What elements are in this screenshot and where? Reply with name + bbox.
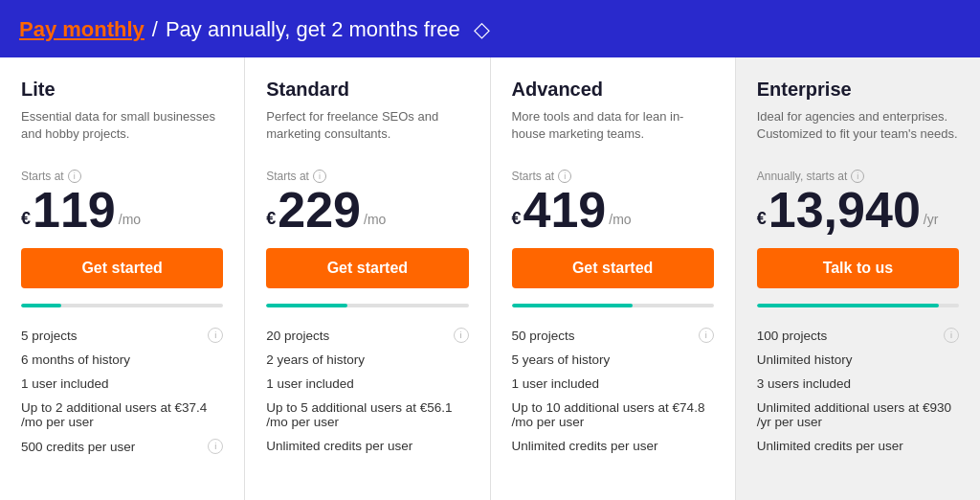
plan-get-started-button[interactable]: Get started (266, 248, 468, 288)
plan-price-row: € 13,940 /yr (757, 185, 959, 235)
feature-text: Up to 5 additional users at €56.1 /mo pe… (266, 400, 468, 429)
plan-feature: Unlimited history (757, 348, 959, 372)
plan-feature: Unlimited credits per user (512, 434, 714, 458)
feature-text: 5 years of history (512, 352, 714, 367)
feature-info-icon[interactable]: i (699, 328, 714, 343)
plan-period: /mo (609, 212, 631, 227)
plan-feature: 50 projects i (512, 323, 714, 348)
header: Pay monthly / Pay annually, get 2 months… (0, 0, 980, 57)
feature-text: Up to 10 additional users at €74.8 /mo p… (512, 400, 714, 429)
feature-text: Unlimited credits per user (512, 439, 714, 453)
plan-feature: 500 credits per user i (21, 434, 223, 459)
plan-feature: Unlimited credits per user (266, 434, 468, 458)
plan-progress-fill (757, 304, 939, 307)
plan-progress-fill (266, 304, 347, 307)
starts-info-icon[interactable]: i (68, 170, 81, 183)
feature-text: Unlimited additional users at €930 /yr p… (757, 400, 959, 429)
plan-desc: Perfect for freelance SEOs and marketing… (266, 108, 468, 158)
feature-info-icon[interactable]: i (454, 328, 469, 343)
feature-info-icon[interactable]: i (944, 328, 959, 343)
plan-feature: Unlimited credits per user (757, 434, 959, 458)
plan-feature: 3 users included (757, 372, 959, 396)
feature-text: 50 projects (512, 329, 693, 343)
plan-feature: 1 user included (21, 372, 223, 396)
plan-feature: 1 user included (266, 372, 468, 396)
plan-desc: Essential data for small businesses and … (21, 108, 223, 158)
plan-starts: Starts at i (266, 170, 468, 183)
feature-text: 500 credits per user (21, 440, 202, 454)
plan-currency: € (757, 209, 767, 229)
plan-features-list: 50 projects i 5 years of history 1 user … (512, 323, 714, 458)
feature-text: 100 projects (757, 329, 938, 343)
plan-period: /mo (364, 212, 386, 227)
plan-lite: Lite Essential data for small businesses… (0, 57, 245, 500)
plan-feature: 5 projects i (21, 323, 223, 348)
feature-text: Unlimited history (757, 352, 959, 367)
plan-feature: 100 projects i (757, 323, 959, 348)
plan-progress-bar (512, 304, 714, 307)
plan-price: 119 (33, 185, 116, 235)
plan-enterprise: Enterprise Ideal for agencies and enterp… (736, 57, 980, 500)
plan-currency: € (512, 209, 522, 229)
pay-annually-label[interactable]: Pay annually, get 2 months free (166, 17, 460, 42)
plan-desc: More tools and data for lean in-house ma… (512, 108, 714, 158)
feature-text: 1 user included (266, 376, 468, 391)
plan-price-row: € 229 /mo (266, 185, 468, 235)
plan-feature: 1 user included (512, 372, 714, 396)
plan-feature: 2 years of history (266, 348, 468, 372)
plan-features-list: 5 projects i 6 months of history 1 user … (21, 323, 223, 459)
feature-text: Unlimited credits per user (266, 439, 468, 453)
feature-text: Up to 2 additional users at €37.4 /mo pe… (21, 400, 223, 429)
feature-text: 1 user included (512, 376, 714, 391)
plan-get-started-button[interactable]: Talk to us (757, 248, 959, 288)
plan-feature: 5 years of history (512, 348, 714, 372)
plan-advanced: Advanced More tools and data for lean in… (491, 57, 736, 500)
starts-info-icon[interactable]: i (313, 170, 326, 183)
plan-starts: Annually, starts at i (757, 170, 959, 183)
plan-name: Enterprise (757, 79, 959, 101)
plan-desc: Ideal for agencies and enterprises. Cust… (757, 108, 959, 158)
plan-get-started-button[interactable]: Get started (512, 248, 714, 288)
feature-info-icon[interactable]: i (208, 439, 223, 454)
plan-price: 229 (278, 185, 361, 235)
plan-price: 13,940 (768, 185, 921, 235)
plan-progress-bar (266, 304, 468, 307)
header-divider: / (152, 17, 158, 42)
plan-progress-bar (21, 304, 223, 307)
plan-name: Lite (21, 79, 223, 101)
feature-text: 3 users included (757, 376, 959, 391)
plan-price: 419 (523, 185, 607, 235)
plan-progress-bar (757, 304, 959, 307)
plan-feature: Unlimited additional users at €930 /yr p… (757, 396, 959, 434)
feature-text: 6 months of history (21, 352, 223, 367)
plan-price-row: € 119 /mo (21, 185, 223, 235)
plan-name: Advanced (512, 79, 714, 101)
plan-name: Standard (266, 79, 468, 101)
feature-info-icon[interactable]: i (208, 328, 223, 343)
plan-period: /yr (924, 212, 939, 227)
plans-container: Lite Essential data for small businesses… (0, 57, 980, 500)
plan-feature: Up to 2 additional users at €37.4 /mo pe… (21, 396, 223, 434)
plan-features-list: 20 projects i 2 years of history 1 user … (266, 323, 468, 458)
feature-text: 5 projects (21, 329, 202, 343)
pay-monthly-link[interactable]: Pay monthly (19, 17, 145, 42)
feature-text: 1 user included (21, 376, 223, 391)
plan-feature: 6 months of history (21, 348, 223, 372)
plan-standard: Standard Perfect for freelance SEOs and … (245, 57, 490, 500)
feature-text: 2 years of history (266, 352, 468, 367)
plan-get-started-button[interactable]: Get started (21, 248, 223, 288)
plan-feature: 20 projects i (266, 323, 468, 348)
starts-info-icon[interactable]: i (851, 170, 864, 183)
plan-currency: € (21, 209, 31, 229)
plan-features-list: 100 projects i Unlimited history 3 users… (757, 323, 959, 458)
plan-feature: Up to 10 additional users at €74.8 /mo p… (512, 396, 714, 434)
starts-info-icon[interactable]: i (558, 170, 571, 183)
plan-period: /mo (119, 212, 141, 227)
plan-progress-fill (512, 304, 634, 307)
plan-feature: Up to 5 additional users at €56.1 /mo pe… (266, 396, 468, 434)
plan-starts: Starts at i (512, 170, 714, 183)
plan-currency: € (266, 209, 276, 229)
diamond-icon: ◇ (474, 17, 490, 42)
plan-progress-fill (21, 304, 61, 307)
feature-text: Unlimited credits per user (757, 439, 959, 453)
